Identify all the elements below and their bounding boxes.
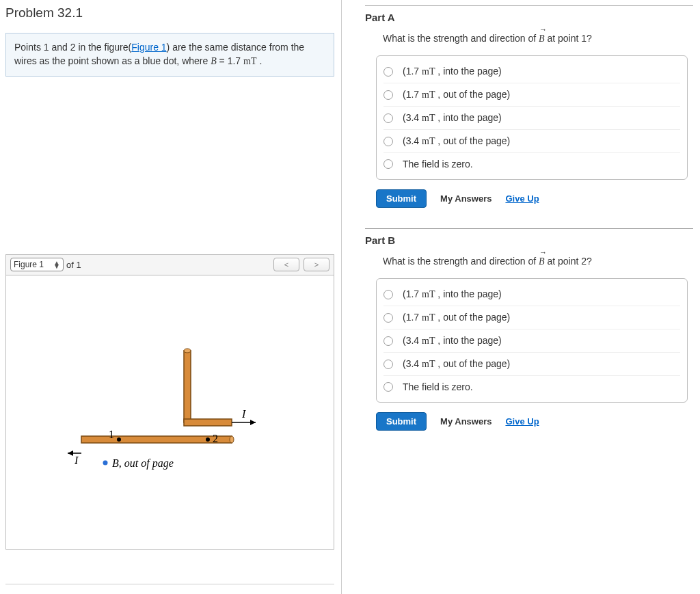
choice-row[interactable]: (1.7 mT , into the page): [383, 283, 680, 306]
svg-rect-0: [184, 351, 191, 422]
label-I-top: I: [241, 408, 246, 420]
choice-row[interactable]: (1.7 mT , out of the page): [383, 306, 680, 329]
part-b-question: What is the strength and direction of B …: [383, 256, 693, 267]
give-up-link[interactable]: Give Up: [505, 193, 539, 204]
figure-select-label: Figure 1: [14, 260, 44, 269]
figure-body: I I 1 2 B, out of page: [6, 275, 334, 549]
radio-icon[interactable]: [383, 113, 393, 123]
part-b-divider: [365, 228, 693, 229]
my-answers-link[interactable]: My Answers: [440, 193, 492, 204]
figure-diagram: I I 1 2 B, out of page: [68, 337, 280, 494]
part-a-question: What is the strength and direction of B …: [383, 33, 693, 44]
choice-row[interactable]: The field is zero.: [383, 375, 680, 398]
choice-row[interactable]: (3.4 mT , into the page): [383, 106, 680, 129]
choice-row[interactable]: (1.7 mT , out of the page): [383, 83, 680, 106]
choice-text: (3.4 mT , out of the page): [403, 135, 510, 147]
svg-rect-4: [184, 419, 232, 426]
label-point-1: 1: [109, 429, 114, 440]
figure-link[interactable]: Figure 1: [131, 42, 166, 53]
svg-point-10: [206, 437, 210, 442]
submit-button[interactable]: Submit: [376, 412, 427, 431]
label-point-2: 2: [213, 433, 218, 444]
choice-text: (3.4 mT , into the page): [403, 112, 502, 124]
label-B-out: B, out of page: [112, 457, 174, 470]
figure-header: Figure 1 ▲▼ of 1 < >: [6, 255, 334, 275]
figure-prev-button[interactable]: <: [273, 258, 299, 271]
problem-intro: Points 1 and 2 in the figure(Figure 1) a…: [5, 33, 334, 77]
choice-text: (1.7 mT , into the page): [403, 66, 502, 77]
choice-text: (3.4 mT , into the page): [403, 335, 502, 347]
intro-B: B: [211, 56, 217, 66]
svg-point-3: [230, 436, 234, 443]
radio-icon[interactable]: [383, 382, 393, 392]
choice-text: The field is zero.: [403, 381, 473, 392]
submit-button[interactable]: Submit: [376, 189, 427, 208]
choice-text: (1.7 mT , out of the page): [403, 312, 510, 323]
radio-icon[interactable]: [383, 159, 393, 169]
choice-row[interactable]: The field is zero.: [383, 152, 680, 175]
radio-icon[interactable]: [383, 360, 393, 369]
svg-point-9: [117, 437, 121, 442]
choice-row[interactable]: (3.4 mT , out of the page): [383, 129, 680, 152]
svg-point-11: [103, 460, 108, 465]
part-b-title: Part B: [365, 234, 693, 246]
choice-text: (1.7 mT , out of the page): [403, 89, 510, 100]
radio-icon[interactable]: [383, 67, 393, 77]
radio-icon[interactable]: [383, 90, 393, 100]
radio-icon[interactable]: [383, 313, 393, 323]
dropdown-arrows-icon: ▲▼: [53, 261, 60, 268]
part-a-choices: (1.7 mT , into the page) (1.7 mT , out o…: [376, 55, 688, 180]
svg-marker-6: [250, 420, 256, 425]
choice-text: (3.4 mT , out of the page): [403, 358, 510, 370]
left-bottom-divider: [5, 584, 334, 584]
svg-marker-8: [68, 450, 73, 456]
intro-eq: = 1.7: [217, 55, 243, 66]
radio-icon[interactable]: [383, 336, 393, 346]
intro-end: .: [257, 55, 262, 66]
choice-row[interactable]: (3.4 mT , out of the page): [383, 352, 680, 375]
choice-text: The field is zero.: [403, 159, 473, 170]
label-I-left: I: [74, 455, 79, 466]
problem-title: Problem 32.1: [5, 5, 334, 21]
intro-unit: mT: [243, 56, 256, 66]
svg-point-1: [184, 349, 191, 353]
give-up-link[interactable]: Give Up: [505, 416, 539, 427]
vector-b-icon: B: [539, 33, 545, 44]
figure-dropdown[interactable]: Figure 1 ▲▼: [10, 258, 64, 271]
figure-of-text: of 1: [66, 260, 81, 270]
radio-icon[interactable]: [383, 137, 393, 146]
choice-row[interactable]: (1.7 mT , into the page): [383, 60, 680, 83]
radio-icon[interactable]: [383, 290, 393, 299]
vector-b-icon: B: [539, 256, 545, 267]
choice-text: (1.7 mT , into the page): [403, 288, 502, 300]
choice-row[interactable]: (3.4 mT , into the page): [383, 329, 680, 352]
my-answers-link[interactable]: My Answers: [440, 416, 492, 427]
part-a-divider: [365, 5, 693, 6]
figure-next-button[interactable]: >: [304, 258, 329, 271]
part-a-title: Part A: [365, 12, 693, 23]
figure-panel: Figure 1 ▲▼ of 1 < >: [5, 254, 334, 550]
intro-text-pre: Points 1 and 2 in the figure(: [14, 42, 131, 53]
part-b-choices: (1.7 mT , into the page) (1.7 mT , out o…: [376, 278, 688, 403]
